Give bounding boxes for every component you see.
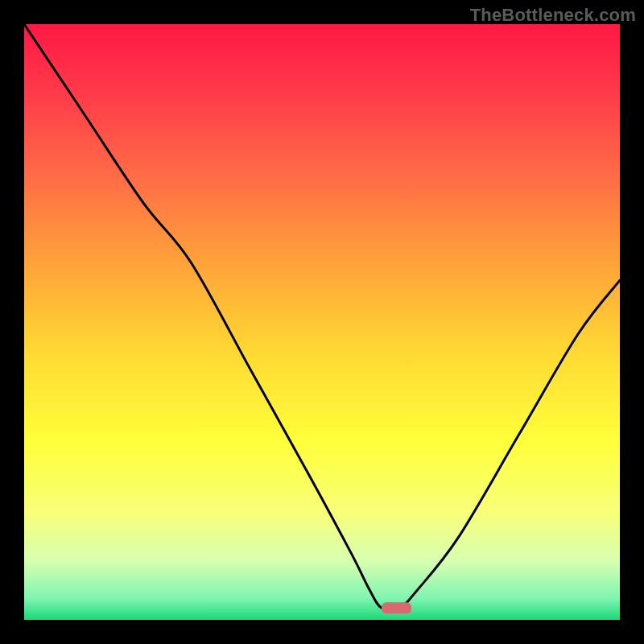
watermark-text: TheBottleneck.com [470,5,636,26]
chart-svg [24,24,620,620]
chart-frame: TheBottleneck.com [0,0,644,644]
optimal-point-marker [382,602,411,613]
plot-area [24,24,620,620]
gradient-background [24,24,620,620]
